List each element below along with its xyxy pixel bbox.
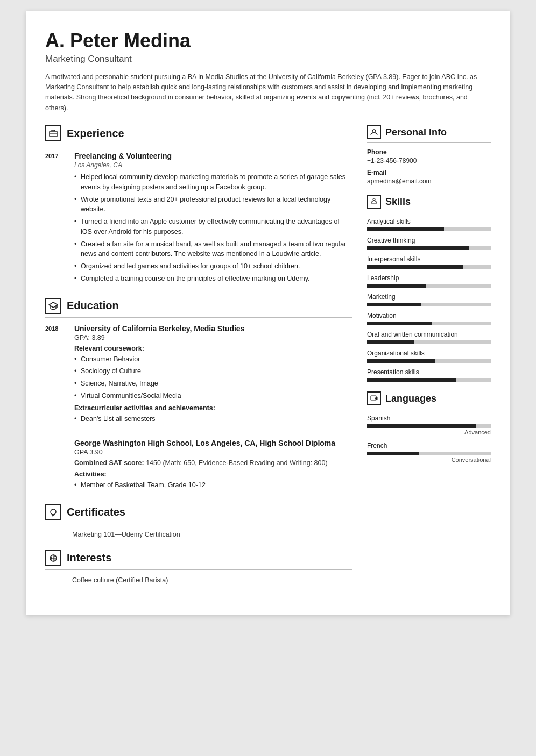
- skills-title: Skills: [385, 196, 411, 208]
- extra-item: Dean's List all semesters: [74, 414, 352, 424]
- languages-list: Spanish Advanced French Conversational: [367, 415, 491, 463]
- coursework-label: Relevant coursework:: [74, 345, 352, 352]
- skill-row: Presentation skills: [367, 368, 491, 382]
- candidate-summary: A motivated and personable student pursu…: [45, 72, 491, 114]
- hs-name: George Washington High School, Los Angel…: [74, 439, 352, 447]
- candidate-title: Marketing Consultant: [45, 54, 491, 65]
- skill-name: Creative thinking: [367, 237, 491, 244]
- hs-gpa: GPA 3.90: [74, 448, 352, 456]
- svg-point-11: [372, 130, 376, 133]
- svg-rect-0: [50, 131, 57, 137]
- candidate-name: A. Peter Medina: [45, 30, 491, 52]
- experience-title: Experience: [67, 127, 124, 140]
- language-row: Spanish Advanced: [367, 415, 491, 436]
- language-name: Spanish: [367, 415, 491, 422]
- skill-bar-fill: [367, 246, 469, 250]
- skill-name: Analytical skills: [367, 218, 491, 225]
- skill-bar-bg: [367, 378, 491, 382]
- languages-title: Languages: [385, 393, 436, 404]
- coursework-item: Consumer Behavior: [74, 354, 352, 365]
- coursework-item: Science, Narrative, Image: [74, 379, 352, 389]
- hs-sat: Combined SAT score: 1450 (Math: 650, Evi…: [74, 458, 352, 468]
- coursework-list: Consumer BehaviorSociology of CultureSci…: [74, 354, 352, 401]
- experience-entry: 2017 Freelancing & Volunteering Los Ange…: [45, 152, 352, 286]
- skill-row: Analytical skills: [367, 218, 491, 231]
- education-title: Education: [67, 299, 119, 312]
- experience-bullets: Helped local community develop marketing…: [74, 172, 352, 284]
- certificates-title: Certificates: [67, 506, 125, 518]
- personal-info-icon: [367, 125, 381, 139]
- education-uni-content: University of California Berkeley, Media…: [74, 324, 352, 426]
- extra-list: Dean's List all semesters: [74, 414, 352, 424]
- experience-section: Experience 2017 Freelancing & Volunteeri…: [45, 125, 352, 286]
- header: A. Peter Medina Marketing Consultant A m…: [45, 30, 491, 113]
- language-bar-fill: [367, 452, 419, 455]
- experience-bullet: Organized and led games and activities f…: [74, 261, 352, 272]
- experience-content: Freelancing & Volunteering Los Angeles, …: [74, 152, 352, 286]
- skills-icon: [367, 195, 381, 209]
- language-level: Conversational: [367, 457, 491, 463]
- activities-list: Member of Basketball Team, Grade 10-12: [74, 480, 352, 490]
- sat-label: Combined SAT score:: [74, 459, 144, 467]
- skills-list: Analytical skills Creative thinking Inte…: [367, 218, 491, 382]
- skill-bar-bg: [367, 340, 491, 344]
- activity-item: Member of Basketball Team, Grade 10-12: [74, 480, 352, 490]
- interests-section: Interests Coffee culture (Certified Bari…: [45, 550, 352, 584]
- skill-bar-fill: [367, 303, 421, 306]
- phone-label: Phone: [367, 148, 491, 156]
- skill-name: Organizational skills: [367, 350, 491, 357]
- skill-name: Marketing: [367, 293, 491, 301]
- language-bar-bg: [367, 452, 491, 455]
- education-gpa: GPA: 3.89: [74, 334, 352, 341]
- skill-bar-fill: [367, 227, 444, 231]
- skill-name: Leadership: [367, 274, 491, 282]
- personal-info-header: Personal Info: [367, 125, 491, 139]
- experience-bullet: Created a fan site for a musical band, a…: [74, 239, 352, 260]
- skill-row: Leadership: [367, 274, 491, 288]
- language-name: French: [367, 442, 491, 450]
- skills-section: Skills Analytical skills Creative thinki…: [367, 195, 491, 382]
- left-column: Experience 2017 Freelancing & Volunteeri…: [45, 125, 352, 596]
- hs-content: George Washington High School, Los Angel…: [74, 431, 352, 493]
- education-icon: [45, 298, 61, 314]
- experience-year: 2017: [45, 152, 65, 286]
- skill-bar-bg: [367, 246, 491, 250]
- skill-name: Oral and written communication: [367, 331, 491, 338]
- skill-bar-fill: [367, 322, 432, 325]
- skill-row: Creative thinking: [367, 237, 491, 250]
- skill-row: Motivation: [367, 312, 491, 325]
- svg-point-4: [51, 509, 56, 515]
- skill-bar-fill: [367, 340, 414, 344]
- coursework-item: Sociology of Culture: [74, 366, 352, 376]
- phone-value: +1-23-456-78900: [367, 157, 491, 165]
- experience-location: Los Angeles, CA: [74, 161, 352, 169]
- interests-item: Coffee culture (Certified Barista): [45, 576, 352, 584]
- experience-bullet: Completed a training course on the princ…: [74, 274, 352, 284]
- experience-bullet: Wrote promotional texts and 20+ professi…: [74, 195, 352, 215]
- skill-bar-bg: [367, 322, 491, 325]
- skills-header: Skills: [367, 195, 491, 209]
- education-section: Education 2018 University of California …: [45, 298, 352, 493]
- experience-bullet: Helped local community develop marketing…: [74, 172, 352, 192]
- skill-bar-bg: [367, 227, 491, 231]
- resume-container: A. Peter Medina Marketing Consultant A m…: [26, 11, 510, 615]
- sat-value: 1450 (Math: 650, Evidence-Based Reading …: [146, 459, 327, 467]
- skill-bar-bg: [367, 284, 491, 288]
- languages-icon: [367, 391, 381, 405]
- skill-bar-bg: [367, 265, 491, 269]
- interests-icon: [45, 550, 61, 566]
- certificates-header: Certificates: [45, 504, 352, 520]
- personal-info-title: Personal Info: [385, 127, 447, 138]
- certificates-section: Certificates Marketing 101—Udemy Certifi…: [45, 504, 352, 538]
- interests-title: Interests: [67, 552, 111, 564]
- email-label: E-mail: [367, 169, 491, 176]
- education-uni-name: University of California Berkeley, Media…: [74, 324, 352, 333]
- language-bar-fill: [367, 424, 476, 428]
- experience-bullet: Turned a friend into an Apple customer b…: [74, 217, 352, 237]
- skill-row: Oral and written communication: [367, 331, 491, 344]
- certificates-icon: [45, 504, 61, 520]
- personal-info-section: Personal Info Phone +1-23-456-78900 E-ma…: [367, 125, 491, 185]
- extra-label: Extracurricular activities and achieveme…: [74, 404, 352, 412]
- skill-row: Interpersonal skills: [367, 255, 491, 269]
- skill-bar-fill: [367, 359, 435, 363]
